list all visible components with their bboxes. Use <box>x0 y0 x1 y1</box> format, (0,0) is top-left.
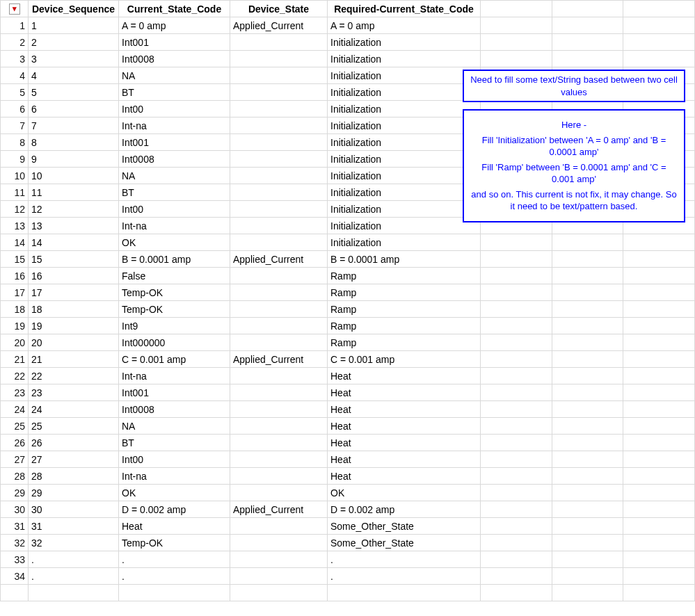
cell-blank[interactable] <box>552 301 623 318</box>
cell-blank[interactable] <box>623 451 695 468</box>
row-number[interactable]: 16 <box>1 268 29 284</box>
cell-current-state-code[interactable]: OK <box>119 485 230 501</box>
cell-device-state[interactable] <box>230 301 328 318</box>
cell-device-sequence[interactable]: 15 <box>29 251 119 268</box>
cell-device-sequence[interactable]: 26 <box>29 435 119 451</box>
cell-blank[interactable] <box>552 468 623 485</box>
cell-blank[interactable] <box>623 384 695 401</box>
cell-required-state-code[interactable]: Heat <box>328 435 481 451</box>
row-number[interactable]: 17 <box>1 284 29 301</box>
row-number[interactable]: 26 <box>1 435 29 451</box>
cell-required-state-code[interactable]: Initialization <box>328 201 481 218</box>
cell-device-state[interactable] <box>230 384 328 401</box>
cell-blank[interactable] <box>481 535 552 551</box>
cell-blank[interactable] <box>552 551 623 568</box>
cell-current-state-code[interactable]: Int-na <box>119 117 230 134</box>
cell-device-state[interactable] <box>230 334 328 351</box>
cell-required-state-code[interactable]: Initialization <box>328 134 481 151</box>
cell-device-sequence[interactable]: 22 <box>29 368 119 384</box>
cell-device-sequence[interactable]: 19 <box>29 318 119 334</box>
cell-device-sequence[interactable]: 2 <box>29 34 119 51</box>
cell-required-state-code[interactable]: Initialization <box>328 168 481 184</box>
cell-blank[interactable] <box>481 301 552 318</box>
col-header-required-state-code[interactable]: Required-Current_State_Code <box>328 1 481 17</box>
cell-blank[interactable] <box>552 17 623 34</box>
table-row[interactable]: 1515B = 0.0001 ampApplied_CurrentB = 0.0… <box>1 251 695 268</box>
cell-current-state-code[interactable] <box>119 585 230 601</box>
cell-blank[interactable] <box>552 585 623 601</box>
cell-current-state-code[interactable]: Int-na <box>119 468 230 485</box>
cell-blank[interactable] <box>552 418 623 435</box>
table-row[interactable]: 3232Temp-OKSome_Other_State <box>1 535 695 551</box>
row-number[interactable]: 31 <box>1 518 29 535</box>
table-row[interactable]: 1919Int9Ramp <box>1 318 695 334</box>
cell-blank[interactable] <box>481 518 552 535</box>
cell-current-state-code[interactable]: Int00 <box>119 101 230 117</box>
cell-blank[interactable] <box>623 318 695 334</box>
cell-blank[interactable] <box>552 268 623 284</box>
table-row[interactable]: 1818Temp-OKRamp <box>1 301 695 318</box>
table-row[interactable]: 34... <box>1 568 695 585</box>
cell-device-sequence[interactable]: 1 <box>29 17 119 34</box>
cell-device-state[interactable] <box>230 468 328 485</box>
cell-required-state-code[interactable]: Ramp <box>328 284 481 301</box>
cell-device-state[interactable] <box>230 268 328 284</box>
cell-device-sequence[interactable]: 5 <box>29 84 119 101</box>
cell-required-state-code[interactable]: Ramp <box>328 334 481 351</box>
cell-current-state-code[interactable]: Int00 <box>119 451 230 468</box>
cell-blank[interactable] <box>481 485 552 501</box>
cell-required-state-code[interactable]: D = 0.002 amp <box>328 501 481 518</box>
cell-blank[interactable] <box>481 351 552 368</box>
cell-blank[interactable] <box>623 234 695 251</box>
cell-blank[interactable] <box>552 234 623 251</box>
cell-blank[interactable] <box>623 334 695 351</box>
cell-device-sequence[interactable]: 29 <box>29 485 119 501</box>
cell-current-state-code[interactable]: C = 0.001 amp <box>119 351 230 368</box>
cell-required-state-code[interactable]: Initialization <box>328 84 481 101</box>
cell-blank[interactable] <box>481 435 552 451</box>
cell-device-sequence[interactable]: 24 <box>29 401 119 418</box>
cell-device-state[interactable] <box>230 34 328 51</box>
cell-device-sequence[interactable]: 28 <box>29 468 119 485</box>
cell-required-state-code[interactable]: Some_Other_State <box>328 535 481 551</box>
cell-device-sequence[interactable]: 25 <box>29 418 119 435</box>
cell-device-state[interactable] <box>230 117 328 134</box>
row-number[interactable]: 24 <box>1 401 29 418</box>
cell-device-state[interactable] <box>230 551 328 568</box>
cell-device-state[interactable] <box>230 184 328 201</box>
cell-device-sequence[interactable]: 23 <box>29 384 119 401</box>
cell-current-state-code[interactable]: . <box>119 551 230 568</box>
cell-blank[interactable] <box>623 535 695 551</box>
cell-blank[interactable] <box>552 518 623 535</box>
row-number[interactable]: 2 <box>1 34 29 51</box>
cell-device-state[interactable] <box>230 518 328 535</box>
cell-current-state-code[interactable]: Int9 <box>119 318 230 334</box>
row-number[interactable]: 13 <box>1 218 29 234</box>
cell-current-state-code[interactable]: NA <box>119 67 230 84</box>
cell-blank[interactable] <box>481 284 552 301</box>
row-number[interactable]: 20 <box>1 334 29 351</box>
cell-blank[interactable] <box>623 485 695 501</box>
row-number[interactable]: 28 <box>1 468 29 485</box>
cell-current-state-code[interactable]: Int00 <box>119 201 230 218</box>
row-number[interactable]: 33 <box>1 551 29 568</box>
cell-blank[interactable] <box>623 551 695 568</box>
cell-device-sequence[interactable]: 17 <box>29 284 119 301</box>
table-row[interactable]: 33... <box>1 551 695 568</box>
row-number[interactable]: 15 <box>1 251 29 268</box>
row-number[interactable]: 9 <box>1 151 29 168</box>
cell-device-sequence[interactable]: 3 <box>29 51 119 67</box>
cell-blank[interactable] <box>552 284 623 301</box>
cell-device-state[interactable] <box>230 418 328 435</box>
cell-current-state-code[interactable]: BT <box>119 435 230 451</box>
cell-blank[interactable] <box>623 418 695 435</box>
cell-blank[interactable] <box>481 334 552 351</box>
table-row[interactable]: 2929OKOK <box>1 485 695 501</box>
cell-required-state-code[interactable]: Initialization <box>328 184 481 201</box>
cell-device-sequence[interactable]: 10 <box>29 168 119 184</box>
cell-blank[interactable] <box>552 568 623 585</box>
table-row[interactable]: 2323Int001Heat <box>1 384 695 401</box>
table-row[interactable]: 2828Int-naHeat <box>1 468 695 485</box>
cell-blank[interactable] <box>623 268 695 284</box>
row-number[interactable]: 25 <box>1 418 29 435</box>
